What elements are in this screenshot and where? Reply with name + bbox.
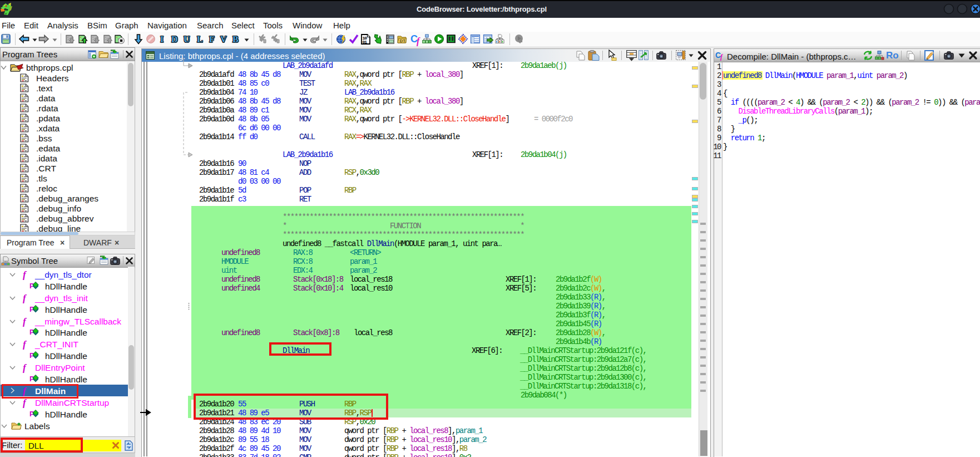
svg-text:01: 01 [363, 40, 368, 45]
svg-text:DT: DT [400, 38, 406, 43]
